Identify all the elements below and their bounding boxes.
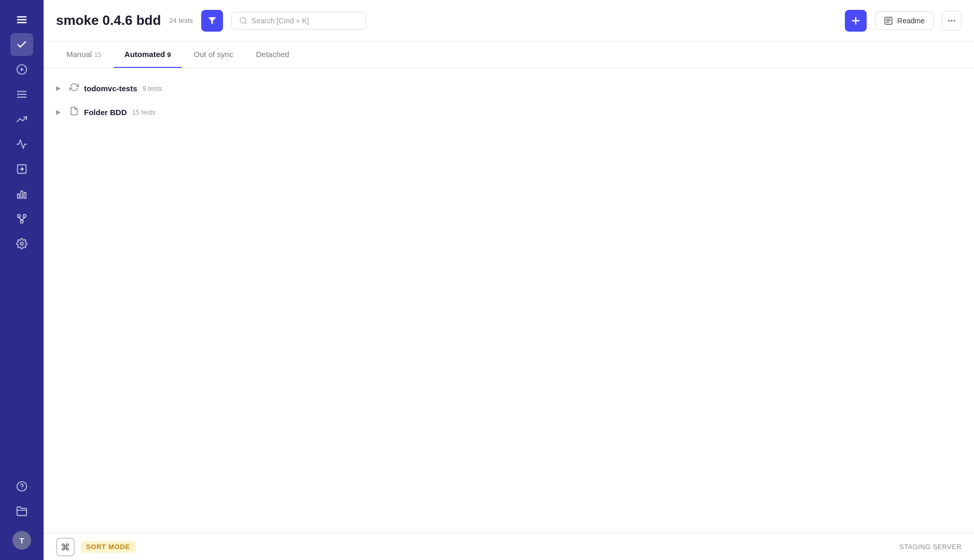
sidebar-icon-import[interactable] (10, 158, 33, 180)
sort-mode-label: SORT MODE (81, 541, 135, 553)
sidebar: T (0, 0, 44, 560)
folder-name: todomvc-tests (84, 84, 137, 93)
sort-shortcut-button[interactable] (56, 538, 75, 556)
sidebar-icon-menu[interactable] (10, 8, 33, 31)
sidebar-icon-check[interactable] (10, 33, 33, 56)
list-item[interactable]: ▶ Folder BDD 15 tests (56, 100, 962, 124)
content-area: ▶ todomvc-tests 9 tests ▶ Folder BDD (44, 68, 974, 533)
folder-doc-icon (69, 106, 79, 118)
footer: SORT MODE STAGING SERVER (44, 533, 974, 560)
chevron-right-icon: ▶ (56, 85, 64, 92)
folder-name: Folder BDD (84, 108, 127, 117)
svg-rect-11 (21, 191, 23, 199)
tab-manual[interactable]: Manual 15 (56, 41, 112, 68)
more-icon (947, 16, 956, 25)
sidebar-icon-activity[interactable] (10, 133, 33, 156)
folder-count: 15 tests (132, 108, 156, 116)
command-icon (61, 543, 69, 551)
more-button[interactable] (942, 11, 962, 31)
add-button[interactable] (845, 10, 867, 32)
sidebar-icon-play[interactable] (10, 58, 33, 81)
svg-marker-21 (208, 17, 216, 24)
tab-out-of-sync[interactable]: Out of sync (184, 41, 244, 68)
sidebar-icon-settings[interactable] (10, 232, 33, 255)
page-header: smoke 0.4.6 bdd 24 tests Search [Cmd + K… (44, 0, 974, 41)
tab-automated[interactable]: Automated 9 (114, 41, 182, 68)
chevron-right-icon: ▶ (56, 108, 64, 116)
folder-count: 9 tests (143, 85, 162, 92)
page-title: smoke 0.4.6 bdd (56, 12, 161, 29)
main-content: smoke 0.4.6 bdd 24 tests Search [Cmd + K… (44, 0, 974, 560)
staging-server-label: STAGING SERVER (899, 543, 962, 551)
tabs-bar: Manual 15 Automated 9 Out of sync Detach… (44, 41, 974, 68)
svg-point-22 (240, 18, 246, 23)
svg-point-32 (954, 20, 955, 21)
svg-marker-4 (21, 67, 24, 71)
folder-sync-icon (69, 82, 79, 94)
filter-button[interactable] (201, 10, 223, 32)
svg-point-18 (20, 242, 23, 245)
readme-button[interactable]: Readme (875, 11, 934, 30)
readme-icon (884, 16, 893, 25)
svg-rect-10 (18, 194, 20, 198)
svg-rect-12 (24, 192, 26, 198)
svg-line-23 (245, 22, 246, 24)
svg-point-31 (951, 20, 953, 21)
search-box[interactable]: Search [Cmd + K] (231, 12, 366, 30)
search-icon (239, 17, 247, 25)
svg-line-17 (22, 217, 25, 220)
sidebar-icon-bar-chart[interactable] (10, 183, 33, 205)
list-item[interactable]: ▶ todomvc-tests 9 tests (56, 76, 962, 100)
sidebar-icon-trend[interactable] (10, 108, 33, 131)
svg-point-30 (948, 20, 950, 21)
readme-label: Readme (897, 17, 925, 25)
sidebar-icon-folders[interactable] (10, 500, 33, 523)
user-avatar[interactable]: T (12, 531, 31, 550)
search-placeholder: Search [Cmd + K] (252, 17, 309, 25)
tests-count-badge: 24 tests (169, 17, 193, 24)
sidebar-icon-fork[interactable] (10, 207, 33, 230)
sidebar-icon-help[interactable] (10, 475, 33, 498)
svg-line-16 (19, 217, 22, 220)
sidebar-icon-list-check[interactable] (10, 83, 33, 106)
sort-mode-area: SORT MODE (56, 538, 135, 556)
tab-detached[interactable]: Detached (245, 41, 299, 68)
